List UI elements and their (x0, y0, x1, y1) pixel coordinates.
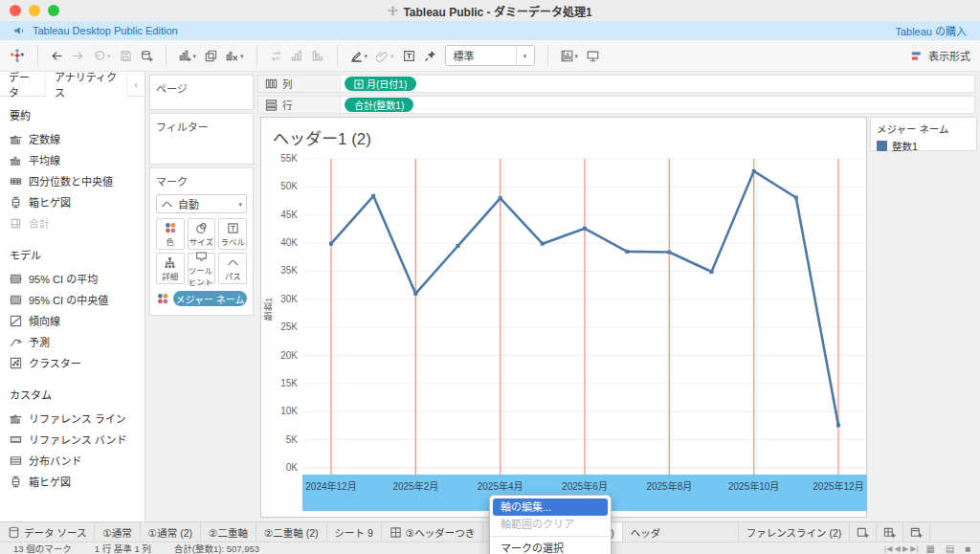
sheet-title: ヘッダー1 (2) (273, 125, 371, 149)
measure-names-pill[interactable]: メジャー ネーム (173, 291, 247, 306)
analytics-item[interactable]: 予測 (0, 331, 145, 352)
analytics-item[interactable]: 95% CI の平均 (0, 268, 145, 289)
new-dashboard-button[interactable] (877, 522, 903, 543)
analytics-item[interactable]: 平均線 (0, 149, 145, 170)
sheet-tab[interactable]: ヘッダ (623, 522, 739, 543)
swap-axes-button (270, 50, 282, 62)
sort-descending-button (312, 50, 324, 62)
x-tick-label: 2025年2月 (372, 478, 458, 493)
tab-data[interactable]: データ (0, 72, 46, 96)
analytics-item[interactable]: クラスター (0, 352, 145, 373)
chevron-down-icon: ▾ (238, 201, 242, 208)
tab-analytics[interactable]: アナリティクス (46, 72, 127, 97)
window-title: Tableau Public - ダミーデータ処理1 (403, 3, 591, 19)
maximize-window-button[interactable] (48, 5, 59, 16)
collapse-sidebar-button[interactable]: ‹ (127, 72, 145, 96)
quartiles-icon (10, 175, 22, 188)
rows-shelf-label: 行 (258, 97, 341, 113)
close-window-button[interactable] (10, 5, 21, 16)
sheet-tab[interactable]: ③ヘッダーつき (382, 522, 483, 543)
presentation-button[interactable] (587, 50, 599, 62)
line-chart[interactable] (302, 152, 867, 475)
analytics-item[interactable]: 箱ヒゲ図 (0, 471, 145, 492)
fit-dropdown[interactable]: 標準▾ (445, 45, 535, 66)
back-button[interactable] (51, 50, 63, 62)
analytics-item[interactable]: 傾向線 (0, 310, 145, 331)
ci-median-icon (10, 294, 22, 306)
mark-button-detail[interactable]: 詳細 (156, 253, 185, 284)
clear-sheet-button[interactable]: ▾ (226, 50, 244, 62)
label-icon (227, 222, 239, 234)
constant-line-icon (10, 133, 22, 145)
aggregate-value: 合計(整数1): 507,953 (174, 542, 259, 554)
sheet-tab[interactable]: ①通常 (95, 522, 140, 543)
mark-button-tooltip[interactable]: ツールヒント (188, 253, 216, 284)
pin-button[interactable] (424, 50, 436, 62)
marks-title: マーク (156, 173, 247, 188)
y-tick-label: 5K (265, 434, 298, 445)
menu-item[interactable]: 軸の編集... (493, 499, 608, 516)
mark-button-color[interactable]: 色 (156, 218, 185, 250)
section-title: モデル (0, 245, 145, 268)
marks-card: マーク 自動 ▾ 色サイズラベル詳細ツールヒントパス メジャー ネーム (149, 167, 254, 316)
page-nav-arrows[interactable]: |◀ ◀ ▶ ▶| (884, 544, 918, 553)
tab-datasource[interactable]: データ ソース (0, 522, 95, 543)
y-tick-label: 20K (265, 350, 298, 361)
sheet-tab[interactable]: ②二重軸 (2) (256, 522, 327, 543)
view-mode-icons[interactable]: ▦ ▤ ■ (926, 543, 975, 554)
pages-card[interactable]: ページ (149, 75, 254, 110)
datasource-icon (8, 526, 20, 539)
mark-button-path[interactable]: パス (218, 253, 247, 284)
analytics-item[interactable]: 四分位数と中央値 (0, 170, 145, 191)
columns-icon (265, 78, 278, 90)
analytics-item[interactable]: 95% CI の中央値 (0, 289, 145, 310)
mark-button-size[interactable]: サイズ (188, 218, 216, 250)
analytics-item-label: クラスター (29, 355, 81, 370)
analytics-item[interactable]: リファレンス ライン (0, 408, 145, 429)
analytics-item[interactable]: 分布バンド (0, 450, 145, 471)
toolbar-separator (256, 45, 257, 66)
show-format-button[interactable]: 表示形式 (911, 48, 970, 63)
menu-item[interactable]: マークの選択 (493, 540, 608, 554)
new-worksheet-tab-button[interactable] (850, 522, 877, 543)
y-axis-title[interactable]: 整数1 (262, 271, 274, 347)
sheet-tab[interactable]: ファレンスライン (2) (739, 522, 851, 543)
format-bars-icon (911, 50, 924, 62)
show-me-button[interactable]: ▾ (561, 50, 579, 62)
tableau-public-window: Tableau Public - ダミーデータ処理1 Tableau Deskt… (0, 0, 980, 554)
section-title: 要約 (0, 105, 145, 128)
highlight-button[interactable]: ▾ (350, 50, 368, 62)
buy-tableau-link[interactable]: Tableau の購入 (895, 23, 967, 38)
sum-integer-pill[interactable]: 合計(整数1) (345, 98, 413, 112)
sort-ascending-button (291, 50, 303, 62)
minimize-window-button[interactable] (29, 5, 40, 16)
sheet-tab[interactable]: シート 9 (327, 522, 382, 543)
duplicate-button[interactable] (205, 50, 217, 62)
analytics-item[interactable]: 箱ヒゲ図 (0, 191, 145, 212)
analytics-item-label: 箱ヒゲ図 (29, 194, 71, 210)
analytics-item[interactable]: リファレンス バンド (0, 429, 145, 450)
mark-type-dropdown[interactable]: 自動 ▾ (156, 194, 247, 213)
tableau-logo-button[interactable] (10, 48, 25, 63)
ci-average-icon (10, 273, 22, 285)
month-date-pill[interactable]: 月(日付1) (345, 77, 416, 91)
rows-shelf[interactable]: 行 合計(整数1) (257, 96, 975, 114)
legend-card[interactable]: メジャー ネーム 整数1 (870, 117, 977, 151)
text-label-button[interactable] (403, 50, 415, 62)
analytics-item-label: 95% CI の中央値 (29, 292, 108, 307)
y-tick-label: 45K (265, 210, 298, 220)
new-datasource-button[interactable] (141, 50, 153, 62)
sheet-tab[interactable]: ②二重軸 (201, 522, 256, 543)
columns-shelf[interactable]: 列 月(日付1) (257, 75, 975, 93)
analytics-item-label: 95% CI の平均 (29, 271, 98, 286)
sheet-tab[interactable]: ①通常 (2) (141, 522, 201, 543)
legend-entry[interactable]: 整数1 (877, 139, 970, 153)
analytics-item[interactable]: 定数線 (0, 128, 145, 149)
new-worksheet-button[interactable]: ▾ (179, 50, 197, 62)
mark-button-label[interactable]: ラベル (218, 218, 247, 250)
megaphone-icon (13, 25, 25, 36)
worksheet-view: ヘッダー1 (2) 整数1 0K5K10K15K20K25K30K35K40K4… (260, 117, 867, 518)
new-story-button[interactable] (903, 522, 930, 543)
filters-card[interactable]: フィルター (149, 113, 254, 165)
color-dots-icon (156, 292, 169, 305)
